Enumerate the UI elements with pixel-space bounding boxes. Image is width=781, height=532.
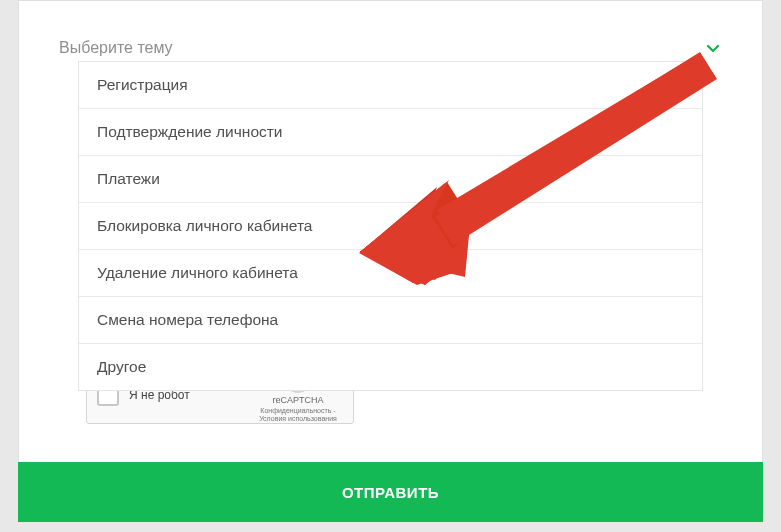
dropdown-option[interactable]: Подтверждение личности [79, 109, 702, 156]
topic-dropdown: Регистрация Подтверждение личности Плате… [78, 61, 703, 391]
dropdown-option[interactable]: Регистрация [79, 62, 702, 109]
recaptcha-legal-text: Конфиденциальность - Условия использован… [253, 407, 343, 424]
recaptcha-brand-text: reCAPTCHA [253, 395, 343, 406]
dropdown-option[interactable]: Платежи [79, 156, 702, 203]
dropdown-option[interactable]: Удаление личного кабинета [79, 250, 702, 297]
topic-select-placeholder: Выберите тему [59, 39, 173, 57]
topic-select[interactable]: Выберите тему [59, 31, 722, 65]
form-card: Выберите тему Регистрация Подтверждение … [18, 0, 763, 510]
dropdown-option[interactable]: Смена номера телефона [79, 297, 702, 344]
dropdown-option[interactable]: Блокировка личного кабинета [79, 203, 702, 250]
dropdown-option[interactable]: Другое [79, 344, 702, 390]
chevron-down-icon [704, 39, 722, 57]
submit-button[interactable]: ОТПРАВИТЬ [18, 462, 763, 522]
